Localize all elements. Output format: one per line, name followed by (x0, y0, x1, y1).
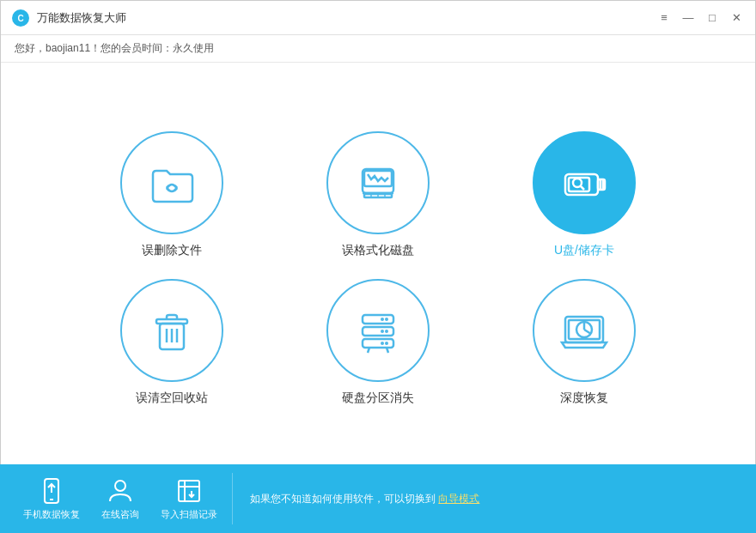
circle-delete (120, 131, 223, 234)
import-label: 导入扫描记录 (161, 508, 217, 521)
minimize-button[interactable]: — (680, 9, 697, 27)
grid-item-partition[interactable]: 硬盘分区消失 (284, 279, 472, 406)
subtitle-bar: 您好，baojian11！您的会员时间：永久使用 (1, 35, 755, 63)
bottom-divider (232, 473, 233, 524)
grid-item-format[interactable]: 误格式化磁盘 (284, 131, 472, 258)
svg-point-29 (381, 342, 384, 345)
svg-rect-41 (179, 481, 199, 501)
bottom-bar: 手机数据恢复 在线咨询 导入扫描记录 如果您不知道如何使用软件，可以切换 (0, 464, 756, 533)
grid-item-usb[interactable]: U盘/储存卡 (490, 131, 679, 258)
label-recycle: 误清空回收站 (136, 391, 208, 406)
phone-label: 手机数据恢复 (23, 508, 80, 521)
maximize-button[interactable]: □ (704, 9, 721, 27)
label-usb: U盘/储存卡 (554, 243, 614, 258)
close-button[interactable]: ✕ (728, 9, 745, 27)
svg-point-7 (377, 195, 379, 197)
svg-line-12 (581, 186, 584, 190)
svg-point-27 (381, 330, 384, 333)
import-icon (175, 477, 203, 505)
feature-grid: 误删除文件 误格式化磁盘 (77, 131, 679, 406)
window-controls: ≡ — □ ✕ (655, 9, 745, 27)
guide-mode-link[interactable]: 向导模式 (438, 493, 479, 505)
circle-usb (533, 131, 636, 234)
circle-deep (533, 279, 636, 382)
bottom-phone[interactable]: 手机数据恢复 (17, 470, 86, 528)
label-delete: 误删除文件 (142, 243, 202, 258)
app-logo: C (11, 9, 30, 27)
consult-icon (107, 477, 134, 505)
grid-item-recycle[interactable]: 误清空回收站 (77, 279, 266, 406)
svg-rect-21 (363, 315, 393, 324)
format-icon (352, 157, 404, 209)
circle-format (326, 131, 430, 234)
bottom-icons: 手机数据恢复 在线咨询 导入扫描记录 (17, 470, 223, 528)
deep-icon (558, 305, 610, 356)
bottom-info-text: 如果您不知道如何使用软件，可以切换到 (250, 493, 436, 505)
svg-rect-23 (363, 339, 393, 348)
user-info: 您好，baojian11！您的会员时间：永久使用 (15, 41, 214, 56)
main-content: 误删除文件 误格式化磁盘 (1, 63, 755, 465)
svg-line-36 (584, 330, 591, 334)
svg-point-25 (381, 318, 384, 321)
svg-point-26 (385, 330, 388, 333)
grid-item-deep[interactable]: 深度恢复 (490, 279, 679, 406)
delete-icon (146, 157, 198, 209)
usb-icon (558, 157, 610, 209)
svg-rect-17 (156, 319, 187, 324)
svg-point-40 (115, 481, 125, 491)
title-bar: C 万能数据恢复大师 ≡ — □ ✕ (1, 1, 755, 35)
app-title: 万能数据恢复大师 (37, 10, 655, 26)
menu-button[interactable]: ≡ (655, 9, 673, 27)
label-deep: 深度恢复 (560, 391, 608, 406)
svg-point-6 (370, 195, 372, 197)
consult-label: 在线咨询 (101, 508, 139, 521)
svg-point-28 (385, 342, 388, 345)
bottom-info: 如果您不知道如何使用软件，可以切换到 向导模式 (241, 492, 739, 506)
bottom-consult[interactable]: 在线咨询 (86, 470, 155, 528)
grid-item-delete[interactable]: 误删除文件 (77, 131, 266, 258)
bottom-import[interactable]: 导入扫描记录 (155, 470, 223, 528)
phone-icon (38, 477, 65, 505)
circle-partition (326, 279, 430, 382)
svg-point-11 (573, 179, 582, 187)
svg-point-8 (384, 195, 386, 197)
recycle-icon (146, 305, 198, 356)
partition-icon (352, 305, 404, 356)
label-format: 误格式化磁盘 (342, 243, 414, 258)
svg-rect-22 (363, 327, 393, 336)
svg-text:C: C (17, 14, 23, 23)
circle-recycle (120, 279, 223, 382)
label-partition: 硬盘分区消失 (342, 391, 414, 406)
svg-point-24 (385, 318, 388, 321)
